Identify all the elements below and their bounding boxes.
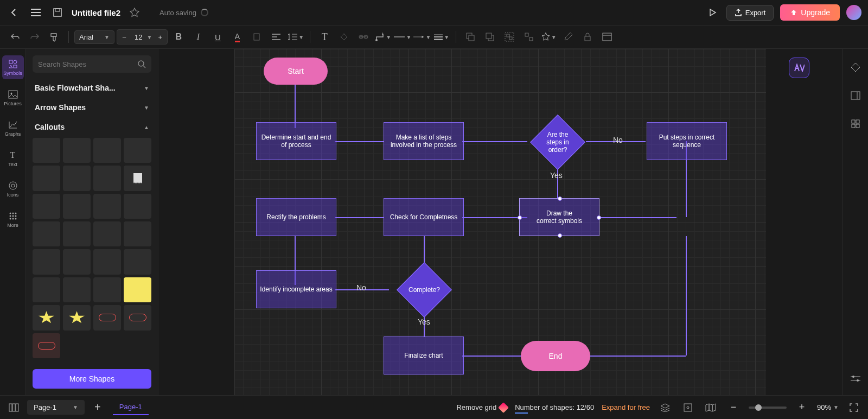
map-button[interactable] [703,400,718,415]
lock-button[interactable] [579,28,596,46]
search-input[interactable] [38,60,133,68]
node-check[interactable]: Check for Completness [384,198,464,236]
shape-thumb[interactable] [63,138,91,163]
shape-thumb-sticky[interactable] [124,277,151,302]
node-rectify[interactable]: Rectify the problems [256,198,336,236]
star-button[interactable] [127,5,142,20]
ai-assistant-button[interactable] [789,58,809,78]
focus-button[interactable] [680,400,695,415]
connector-button[interactable]: ▼ [374,28,392,46]
shape-thumb[interactable] [63,166,91,191]
shape-thumb[interactable] [33,221,60,246]
effects-button[interactable]: ▼ [540,28,557,46]
more-shapes-button[interactable]: More Shapes [33,369,151,389]
zoom-in-button[interactable]: + [794,400,809,415]
shape-thumb[interactable] [93,194,121,219]
category-callouts[interactable]: Callouts▲ [33,117,151,137]
line-spacing-button[interactable]: ▼ [287,28,304,46]
shape-thumb[interactable] [93,166,121,191]
shape-thumb[interactable] [63,221,91,246]
shape-thumb-pill[interactable] [93,305,121,330]
node-identify[interactable]: Identify incomplete areas [256,270,336,308]
category-arrow-shapes[interactable]: Arrow Shapes▼ [33,98,151,117]
page-select[interactable]: Page-1▼ [27,400,85,415]
node-end[interactable]: End [521,341,590,371]
send-back-button[interactable] [462,28,479,46]
shape-thumb[interactable] [124,166,151,191]
export-button[interactable]: Export [726,5,774,21]
play-button[interactable] [705,5,720,20]
layers-button[interactable] [658,400,673,415]
canvas[interactable]: No Yes No Yes Start Determine start and … [158,49,842,395]
shape-thumb[interactable] [93,277,121,302]
font-size-decrease[interactable]: − [118,31,130,43]
shape-thumb[interactable] [33,249,60,274]
rail-graphs[interactable]: Graphs [2,116,24,140]
font-family-select[interactable]: Arial▼ [74,30,114,44]
node-start[interactable]: Start [264,58,328,85]
format-painter-button[interactable] [46,28,63,46]
shape-thumb[interactable] [124,249,151,274]
shape-thumb[interactable] [63,194,91,219]
grid-view-button[interactable] [848,116,863,131]
redo-button[interactable] [26,28,43,46]
menu-button[interactable] [28,5,43,20]
upgrade-button[interactable]: Upgrade [780,4,840,21]
fullscreen-button[interactable] [846,400,861,415]
container-button[interactable] [598,28,616,46]
remove-grid-button[interactable]: Remove grid [456,403,507,411]
file-title[interactable]: Untitled file2 [72,8,120,17]
rail-text[interactable]: TText [2,147,24,170]
settings-toggle-button[interactable] [848,371,863,386]
panel-toggle-button[interactable] [848,88,863,103]
line-weight-button[interactable]: ▼ [433,28,450,46]
node-makelist[interactable]: Make a list of steps involved in the pro… [384,122,464,160]
zoom-slider[interactable] [749,407,787,409]
italic-button[interactable]: I [189,28,207,46]
node-draw[interactable]: Draw the correct symbols [519,198,599,236]
font-size-increase[interactable]: + [154,31,166,43]
search-shapes[interactable] [33,55,151,73]
rail-symbols[interactable]: Symbols [2,55,24,79]
undo-button[interactable] [7,28,24,46]
node-finalize[interactable]: Finalize chart [384,337,464,374]
pages-overview-button[interactable] [7,400,22,415]
node-determine[interactable]: Determine start and end of process [256,122,336,160]
zoom-out-button[interactable]: − [726,400,741,415]
shape-thumb[interactable] [124,221,151,246]
text-highlight-button[interactable] [248,28,265,46]
shape-tool-button[interactable] [848,60,863,75]
shape-thumb[interactable] [33,277,60,302]
shape-thumb-starburst[interactable] [33,305,60,330]
text-tool-button[interactable]: T [316,28,333,46]
shape-thumb[interactable] [63,249,91,274]
fill-button[interactable] [335,28,353,46]
shape-thumb[interactable] [124,138,151,163]
expand-free-link[interactable]: Expand for free [602,403,650,411]
font-size-value[interactable]: 12 [130,33,146,41]
rail-more[interactable]: More [2,207,24,231]
page-tab[interactable]: Page-1 [113,399,149,415]
bold-button[interactable]: B [170,28,187,46]
font-size-control[interactable]: − 12 ▼ + [117,29,168,45]
align-button[interactable] [267,28,285,46]
link-button[interactable] [355,28,372,46]
edit-button[interactable] [559,28,577,46]
group-button[interactable] [501,28,518,46]
user-avatar[interactable] [846,5,861,20]
ungroup-button[interactable] [520,28,538,46]
zoom-value[interactable]: 90%▼ [817,403,839,411]
shape-thumb[interactable] [33,138,60,163]
font-color-button[interactable]: A [228,28,246,46]
save-icon[interactable] [50,5,65,20]
shape-thumb-pill[interactable] [33,333,60,358]
shape-thumb[interactable] [93,249,121,274]
shape-thumb[interactable] [33,166,60,191]
add-page-button[interactable]: + [90,400,105,415]
shape-thumb[interactable] [33,194,60,219]
back-button[interactable] [7,5,22,20]
category-basic-flowchart[interactable]: Basic Flowchart Sha...▼ [33,78,151,98]
node-putsteps[interactable]: Put steps in correct sequence [647,122,727,160]
shape-thumb-pill[interactable] [124,305,151,330]
shape-thumb[interactable] [93,138,121,163]
